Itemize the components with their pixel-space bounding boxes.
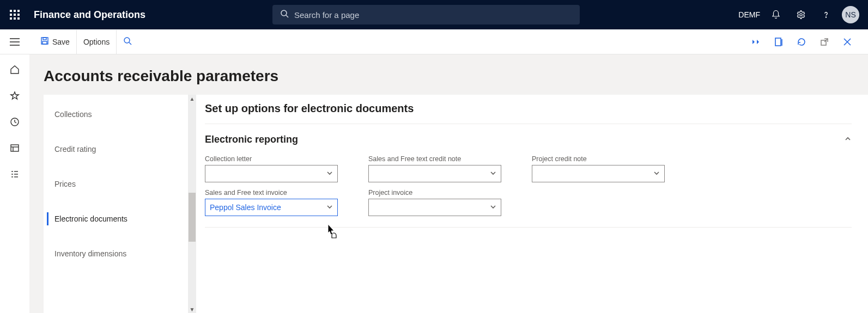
svg-rect-8 [17, 17, 20, 20]
chevron-down-icon [653, 169, 660, 178]
scroll-down-icon[interactable]: ▼ [188, 305, 196, 313]
app-title: Finance and Operations [34, 9, 145, 21]
page-title: Accounts receivable parameters [44, 67, 854, 85]
svg-point-12 [825, 17, 826, 17]
chevron-down-icon [490, 203, 496, 212]
environment-label: DEMF [735, 10, 763, 19]
personalize-icon[interactable] [746, 32, 766, 52]
help-icon[interactable] [814, 0, 839, 29]
field-collection-letter: Collection letter [205, 155, 338, 182]
field-label: Sales and Free text credit note [368, 155, 501, 163]
svg-rect-5 [17, 14, 20, 16]
svg-rect-7 [14, 17, 16, 20]
scroll-up-icon[interactable]: ▲ [188, 95, 196, 102]
options-label: Options [83, 38, 110, 46]
vertical-scrollbar[interactable]: ▲ ▼ [188, 95, 196, 313]
save-button[interactable]: Save [34, 30, 77, 54]
vertical-tabs: Collections Credit rating Prices Electro… [44, 95, 196, 313]
svg-rect-6 [10, 17, 12, 20]
options-button[interactable]: Options [77, 30, 117, 54]
favorites-icon[interactable] [4, 86, 26, 106]
svg-rect-1 [14, 10, 16, 12]
sales-credit-note-dropdown[interactable] [368, 165, 501, 182]
collection-letter-dropdown[interactable] [205, 165, 338, 182]
save-icon [40, 36, 49, 47]
field-label: Sales and Free text invoice [205, 189, 338, 197]
recent-icon[interactable] [4, 112, 26, 132]
svg-point-9 [281, 10, 287, 16]
chevron-down-icon [490, 169, 496, 178]
find-button[interactable] [117, 30, 138, 54]
save-label: Save [52, 38, 70, 46]
settings-icon[interactable] [788, 0, 814, 29]
content-area: Accounts receivable parameters Collectio… [29, 54, 868, 313]
user-avatar[interactable]: NS [842, 6, 859, 23]
tab-prices[interactable]: Prices [44, 167, 196, 201]
tab-credit-rating[interactable]: Credit rating [44, 132, 196, 167]
svg-rect-21 [775, 38, 781, 46]
chevron-up-icon [844, 135, 852, 145]
left-rail [0, 54, 29, 313]
svg-rect-28 [11, 145, 19, 151]
modules-icon[interactable] [4, 164, 26, 184]
svg-rect-3 [10, 14, 12, 16]
main-panel: Set up options for electronic documents … [196, 95, 868, 313]
nav-toggle-icon[interactable] [0, 29, 29, 54]
search-icon [123, 36, 132, 47]
action-row: Save Options [0, 29, 868, 54]
fasttab-header[interactable]: Electronic reporting [205, 124, 852, 149]
global-nav: Finance and Operations DEMF NS [0, 0, 868, 29]
field-label: Collection letter [205, 155, 338, 163]
field-grid: Collection letter Sales and Free text cr… [205, 149, 852, 227]
sales-invoice-dropdown[interactable]: Peppol Sales Invoice [205, 199, 338, 216]
scroll-thumb[interactable] [189, 193, 196, 242]
field-label: Project credit note [532, 155, 665, 163]
section-title: Set up options for electronic documents [205, 99, 852, 124]
project-credit-note-dropdown[interactable] [532, 165, 665, 182]
tab-collections[interactable]: Collections [44, 97, 196, 132]
global-search-input[interactable] [294, 10, 572, 20]
popout-icon[interactable] [815, 32, 834, 52]
global-search[interactable] [272, 5, 580, 24]
fasttab-title: Electronic reporting [205, 134, 298, 145]
workspace: Accounts receivable parameters Collectio… [0, 54, 868, 313]
top-icons: DEMF NS [735, 0, 864, 29]
search-icon [280, 9, 289, 20]
svg-rect-17 [43, 38, 46, 40]
action-bar: Save Options [29, 29, 868, 54]
svg-point-11 [800, 14, 803, 16]
tab-inventory-dimensions[interactable]: Inventory dimensions [44, 236, 196, 271]
close-icon[interactable] [837, 32, 857, 52]
workspaces-icon[interactable] [4, 138, 26, 158]
svg-rect-4 [14, 14, 16, 16]
dropdown-value: Peppol Sales Invoice [210, 203, 281, 212]
field-sales-credit-note: Sales and Free text credit note [368, 155, 501, 182]
field-project-invoice: Project invoice [368, 189, 501, 216]
fasttab-electronic-reporting: Electronic reporting Collection letter [205, 124, 852, 228]
field-sales-invoice: Sales and Free text invoice Peppol Sales… [205, 189, 338, 216]
field-label: Project invoice [368, 189, 501, 197]
app-launcher-icon[interactable] [0, 0, 29, 29]
form-action-icons [746, 32, 864, 52]
tab-electronic-documents[interactable]: Electronic documents [44, 201, 196, 236]
notifications-icon[interactable] [763, 0, 788, 29]
project-invoice-dropdown[interactable] [368, 199, 501, 216]
field-project-credit-note: Project credit note [532, 155, 665, 182]
chevron-down-icon [326, 169, 333, 178]
svg-rect-18 [43, 41, 47, 44]
svg-line-20 [129, 42, 131, 45]
home-icon[interactable] [4, 60, 26, 79]
svg-point-19 [124, 38, 130, 43]
svg-rect-2 [17, 10, 20, 12]
svg-line-10 [286, 15, 288, 17]
panel-row: Collections Credit rating Prices Electro… [29, 95, 868, 313]
refresh-icon[interactable] [792, 32, 811, 52]
chevron-down-icon [326, 203, 333, 212]
page-options-icon[interactable] [769, 32, 788, 52]
svg-rect-0 [10, 10, 12, 12]
